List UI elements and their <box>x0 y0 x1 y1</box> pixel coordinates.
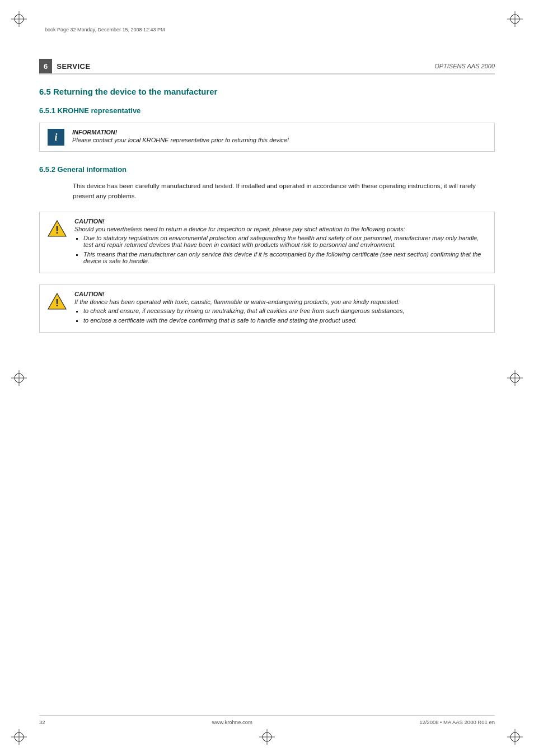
header-bar: 6 SERVICE OPTISENS AAS 2000 <box>39 59 495 74</box>
caution-intro-1: Should you nevertheless need to return a… <box>74 226 486 232</box>
body-paragraph: This device has been carefully manufactu… <box>73 181 495 202</box>
caution-list-1: Due to statutory regulations on environm… <box>83 235 486 264</box>
main-content: 6.5 Returning the device to the manufact… <box>39 87 495 344</box>
caution-content-2: CAUTION! If the device has been operated… <box>74 291 405 326</box>
info-label: INFORMATION! <box>72 129 289 136</box>
footer: 32 www.krohne.com 12/2008 • MA AAS 2000 … <box>39 715 495 725</box>
section-title: SERVICE <box>57 62 90 71</box>
info-box: i INFORMATION! Please contact your local… <box>39 123 495 152</box>
reg-mark-br <box>507 729 523 745</box>
reg-mark-tl <box>11 11 27 27</box>
caution-bullet-1-1: Due to statutory regulations on environm… <box>83 235 486 248</box>
info-content: INFORMATION! Please contact your local K… <box>72 129 289 143</box>
info-letter: i <box>54 132 57 143</box>
info-icon: i <box>48 129 64 146</box>
caution-bullet-2-2: to enclose a certificate with the device… <box>83 317 405 324</box>
reg-mark-tr <box>507 11 523 27</box>
caution-icon-2: ! <box>48 292 67 311</box>
print-metadata: book Page 32 Monday, December 15, 2008 1… <box>45 27 165 32</box>
reg-mark-bl <box>11 729 27 745</box>
caution-bullet-1-2: This means that the manufacturer can onl… <box>83 251 486 264</box>
heading-65: 6.5 Returning the device to the manufact… <box>39 87 495 96</box>
reg-mark-mr <box>507 370 523 386</box>
svg-text:!: ! <box>55 225 59 236</box>
section-number: 6 <box>44 62 48 71</box>
caution-list-2: to check and ensure, if necessary by rin… <box>83 307 405 324</box>
heading-652: 6.5.2 General information <box>39 165 495 174</box>
product-name: OPTISENS AAS 2000 <box>434 63 495 69</box>
page: book Page 32 Monday, December 15, 2008 1… <box>0 0 534 756</box>
heading-651: 6.5.1 KROHNE representative <box>39 106 495 115</box>
section-badge: 6 <box>39 59 52 73</box>
footer-website: www.krohne.com <box>212 719 252 725</box>
caution-box-1: ! CAUTION! Should you nevertheless need … <box>39 212 495 273</box>
caution-content-1: CAUTION! Should you nevertheless need to… <box>74 218 486 267</box>
caution-icon-1: ! <box>48 219 67 238</box>
caution-label-1: CAUTION! <box>74 218 486 225</box>
info-text: Please contact your local KROHNE represe… <box>72 137 289 143</box>
page-number: 32 <box>39 719 45 725</box>
print-info: book Page 32 Monday, December 15, 2008 1… <box>45 27 165 32</box>
caution-box-2: ! CAUTION! If the device has been operat… <box>39 284 495 333</box>
caution-label-2: CAUTION! <box>74 291 405 297</box>
caution-bullet-2-1: to check and ensure, if necessary by rin… <box>83 307 405 314</box>
caution-intro-2: If the device has been operated with tox… <box>74 298 405 305</box>
reg-mark-ml <box>11 370 27 386</box>
svg-text:!: ! <box>55 297 59 309</box>
footer-doc-ref: 12/2008 • MA AAS 2000 R01 en <box>419 719 495 725</box>
reg-mark-bc <box>259 729 275 745</box>
